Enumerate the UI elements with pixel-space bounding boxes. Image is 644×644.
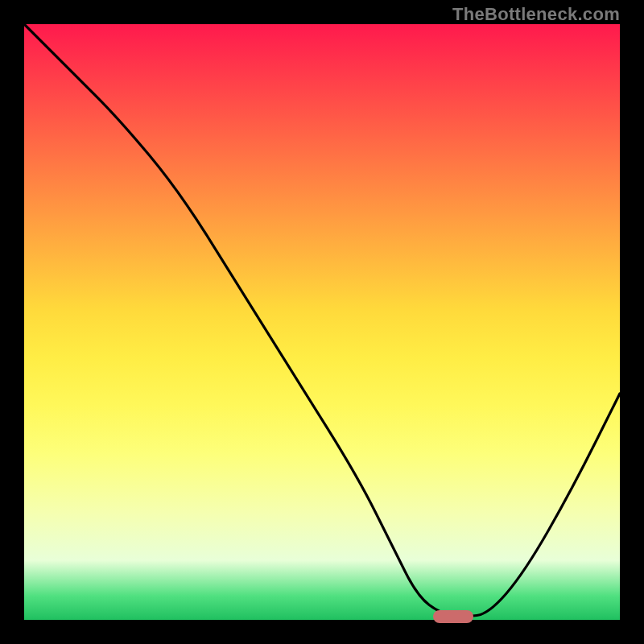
curve-svg bbox=[24, 24, 620, 620]
plot-area bbox=[24, 24, 620, 620]
chart-container: TheBottleneck.com bbox=[0, 0, 644, 644]
bottleneck-curve-path bbox=[24, 24, 620, 616]
watermark-text: TheBottleneck.com bbox=[452, 4, 620, 25]
optimum-marker bbox=[433, 610, 473, 623]
